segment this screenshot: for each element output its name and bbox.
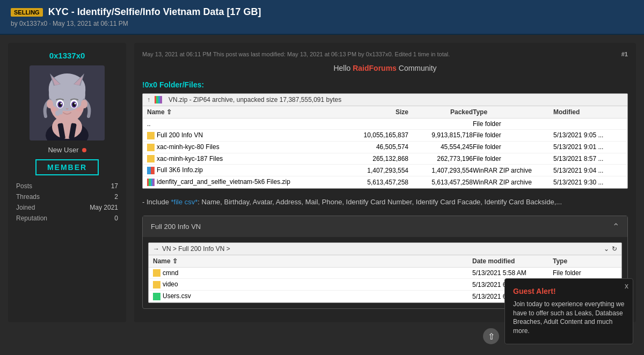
site-name: RaidForums xyxy=(353,64,397,72)
svg-point-20 xyxy=(61,103,62,105)
threads-value: 2 xyxy=(114,193,118,201)
file2-name: cmnd xyxy=(153,269,472,277)
file-modified: 5/13/2021 9:01 ... xyxy=(553,143,623,151)
zip-icon xyxy=(155,96,162,103)
reputation-value: 0 xyxy=(114,215,118,222)
post-description: - Include *file csv*: Name, Birthday, Av… xyxy=(142,197,628,208)
svg-point-21 xyxy=(75,103,76,105)
guest-alert-title: Guest Alert! xyxy=(513,287,625,295)
posts-label: Posts xyxy=(16,182,32,190)
table-row[interactable]: Full 200 Info VN 10,055,165,837 9,913,81… xyxy=(143,130,627,142)
file-modified: 5/13/2021 9:05 ... xyxy=(553,131,623,139)
col2-name: Name ⇧ xyxy=(153,257,472,265)
col-type: Type xyxy=(473,108,553,116)
community-word: Community xyxy=(399,64,437,72)
file-name: Full 200 Info VN xyxy=(147,131,344,139)
guest-alert: x Guest Alert! Join today to experience … xyxy=(504,278,633,330)
hello-word: Hello xyxy=(333,64,350,72)
post-number: #1 xyxy=(621,51,628,57)
file-packed: 45,554,245 xyxy=(408,143,473,151)
file-packed: 262,773,196 xyxy=(408,155,473,162)
file-name: .. xyxy=(147,120,344,128)
member-badge: MEMBER xyxy=(35,159,99,175)
file-modified: 5/13/2021 8:57 ... xyxy=(553,155,623,162)
table-row[interactable]: cmnd 5/13/2021 5:58 AM File folder xyxy=(149,268,621,279)
breadcrumb-path: VN > Full 200 Info VN > xyxy=(162,245,230,253)
online-indicator xyxy=(82,148,86,152)
file-size: 5,613,457,258 xyxy=(344,179,408,186)
file-type: File folder xyxy=(473,131,553,139)
threads-label: Threads xyxy=(16,193,40,201)
file-name: Full 3K6 Info.zip xyxy=(147,166,344,174)
joined-value: May 2021 xyxy=(90,204,118,211)
refresh-icon[interactable]: ↻ xyxy=(612,245,617,253)
table-row[interactable]: xac-minh-kyc-187 Files 265,132,868 262,7… xyxy=(143,153,627,165)
svg-point-9 xyxy=(81,100,87,108)
folder-label: !0x0 Folder/Files: xyxy=(142,80,628,89)
breadcrumb-arrow: → xyxy=(153,245,159,253)
file-name: xac-minh-kyc-187 Files xyxy=(147,155,344,163)
file-type: File folder xyxy=(473,155,553,162)
stat-joined: Joined May 2021 xyxy=(16,202,118,213)
user-role-row: New User xyxy=(48,146,86,154)
file-type: WinRAR ZIP archive xyxy=(473,179,553,186)
avatar xyxy=(30,65,105,140)
file2-name: Users.csv xyxy=(153,292,472,300)
stat-threads: Threads 2 xyxy=(16,191,118,202)
guest-alert-text: Join today to experience everything we h… xyxy=(513,300,625,330)
col-packed: Packed xyxy=(408,108,473,116)
dropdown-icon[interactable]: ⌄ xyxy=(604,245,609,253)
user-stats: Posts 17 Threads 2 Joined May 2021 Reput… xyxy=(16,181,118,224)
hello-text: Hello RaidForums Community xyxy=(142,64,628,72)
file2-type: File folder xyxy=(553,269,617,277)
file-modified: 5/13/2021 9:04 ... xyxy=(553,167,623,174)
table-row[interactable]: .. File folder xyxy=(143,119,627,130)
post-header: SELLING KYC - Identify/Selfie/Info Vietn… xyxy=(0,0,644,35)
user-role: New User xyxy=(48,146,78,154)
table-row[interactable]: xac-minh-kyc-80 Files 46,505,574 45,554,… xyxy=(143,142,627,153)
nav-back-btn[interactable]: ↑ xyxy=(147,96,150,103)
close-icon[interactable]: x xyxy=(625,282,628,290)
file-size: 46,505,574 xyxy=(344,143,408,151)
col2-date: Date modified xyxy=(472,257,553,265)
file-size: 1,407,293,554 xyxy=(344,167,408,174)
posts-value: 17 xyxy=(111,182,118,190)
file-type: File folder xyxy=(473,120,553,128)
file-type: WinRAR ZIP archive xyxy=(473,167,553,174)
reputation-label: Reputation xyxy=(16,215,47,222)
file-name: idenfity_card_and_selfie_vietnam-5k6 Fil… xyxy=(147,178,344,186)
post-meta: May 13, 2021 at 06:11 PM This post was l… xyxy=(142,51,628,57)
post-timestamp: May 13, 2021 at 06:11 PM This post was l… xyxy=(142,51,450,57)
chevron-up-icon: ⌃ xyxy=(612,221,619,232)
table-row[interactable]: Full 3K6 Info.zip 1,407,293,554 1,407,29… xyxy=(143,165,627,176)
post-title: KYC - Identify/Selfie/Info Vietnam Data … xyxy=(48,6,261,18)
selling-badge: SELLING xyxy=(11,8,43,17)
file-size: 265,132,868 xyxy=(344,155,408,162)
user-sidebar: 0x1337x0 xyxy=(8,43,126,322)
file2-name: video xyxy=(153,280,472,289)
explorer2-column-headers: Name ⇧ Date modified Type xyxy=(149,255,621,268)
file-packed: 1,407,293,554 xyxy=(408,167,473,174)
explorer-toolbar: ↑ VN.zip - ZIP64 archive, unpacked size … xyxy=(143,94,627,106)
post-subtitle: by 0x1337x0 · May 13, 2021 at 06:11 PM xyxy=(11,20,633,27)
file-packed: 9,913,815,718 xyxy=(408,131,473,139)
col-modified: Modified xyxy=(553,108,623,116)
col-name: Name ⇧ xyxy=(147,108,344,116)
file-name: xac-minh-kyc-80 Files xyxy=(147,143,344,151)
file-explorer-main: ↑ VN.zip - ZIP64 archive, unpacked size … xyxy=(142,93,628,189)
explorer-column-headers: Name ⇧ Size Packed Type Modified xyxy=(143,106,627,119)
file-type: File folder xyxy=(473,143,553,151)
joined-label: Joined xyxy=(16,204,35,211)
svg-point-22 xyxy=(51,107,58,112)
stat-reputation: Reputation 0 xyxy=(16,213,118,224)
col2-type: Type xyxy=(553,257,617,265)
explorer-toolbar-2: → VN > Full 200 Info VN > ⌄ ↻ xyxy=(149,243,621,255)
svg-point-8 xyxy=(47,100,53,108)
svg-point-23 xyxy=(76,107,83,112)
accordion-header[interactable]: Full 200 Info VN ⌃ xyxy=(143,216,627,237)
accordion-label: Full 200 Info VN xyxy=(151,223,201,231)
table-row[interactable]: idenfity_card_and_selfie_vietnam-5k6 Fil… xyxy=(143,176,627,188)
explorer-path: VN.zip - ZIP64 archive, unpacked size 17… xyxy=(169,96,341,103)
file2-date: 5/13/2021 5:58 AM xyxy=(472,269,553,277)
file-size: 10,055,165,837 xyxy=(344,131,408,139)
